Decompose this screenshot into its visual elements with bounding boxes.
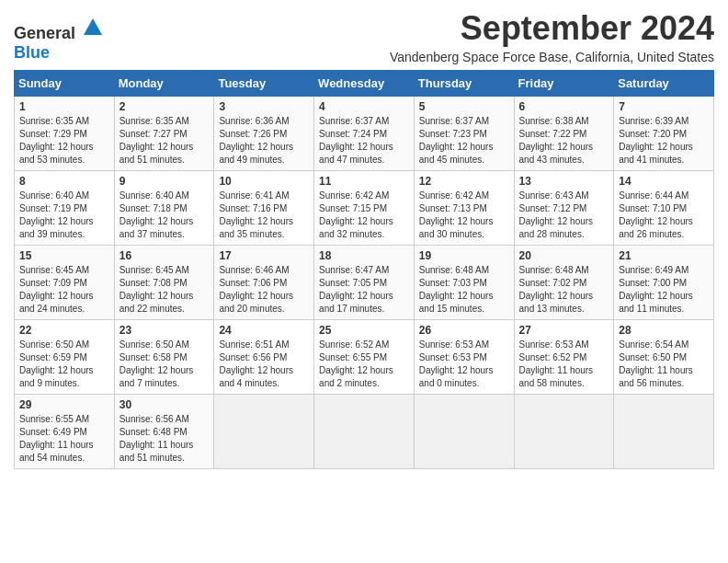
calendar-cell: 1Sunrise: 6:35 AM Sunset: 7:29 PM Daylig…: [15, 97, 115, 171]
day-number: 2: [119, 100, 210, 113]
day-number: 20: [519, 249, 609, 262]
day-info: Sunrise: 6:35 AM Sunset: 7:29 PM Dayligh…: [19, 115, 109, 167]
day-info: Sunrise: 6:49 AM Sunset: 7:00 PM Dayligh…: [619, 264, 709, 316]
day-of-week-header: Sunday: [15, 71, 115, 97]
calendar-cell: 5Sunrise: 6:37 AM Sunset: 7:23 PM Daylig…: [414, 97, 514, 171]
logo: General Blue: [14, 17, 104, 63]
day-info: Sunrise: 6:35 AM Sunset: 7:27 PM Dayligh…: [119, 115, 210, 167]
day-number: 7: [619, 100, 709, 113]
day-info: Sunrise: 6:40 AM Sunset: 7:18 PM Dayligh…: [119, 190, 210, 241]
calendar-cell: 30Sunrise: 6:56 AM Sunset: 6:48 PM Dayli…: [114, 395, 214, 469]
day-info: Sunrise: 6:53 AM Sunset: 6:52 PM Dayligh…: [519, 339, 609, 390]
day-info: Sunrise: 6:45 AM Sunset: 7:09 PM Dayligh…: [19, 264, 109, 316]
calendar-cell: 16Sunrise: 6:45 AM Sunset: 7:08 PM Dayli…: [114, 246, 214, 320]
calendar-cell: 9Sunrise: 6:40 AM Sunset: 7:18 PM Daylig…: [114, 171, 214, 246]
calendar-cell: [514, 395, 614, 469]
day-number: 10: [219, 175, 309, 188]
title-area: September 2024 Vandenberg Space Force Ba…: [390, 9, 714, 64]
calendar-cell: 3Sunrise: 6:36 AM Sunset: 7:26 PM Daylig…: [214, 97, 314, 171]
day-info: Sunrise: 6:40 AM Sunset: 7:19 PM Dayligh…: [19, 190, 109, 241]
day-number: 11: [319, 175, 409, 188]
calendar-cell: 28Sunrise: 6:54 AM Sunset: 6:50 PM Dayli…: [614, 320, 714, 395]
day-info: Sunrise: 6:38 AM Sunset: 7:22 PM Dayligh…: [519, 115, 609, 167]
calendar-cell: 15Sunrise: 6:45 AM Sunset: 7:09 PM Dayli…: [15, 246, 115, 320]
day-info: Sunrise: 6:41 AM Sunset: 7:16 PM Dayligh…: [219, 190, 309, 241]
day-info: Sunrise: 6:55 AM Sunset: 6:49 PM Dayligh…: [19, 413, 109, 465]
calendar-cell: 18Sunrise: 6:47 AM Sunset: 7:05 PM Dayli…: [314, 246, 415, 320]
day-of-week-header: Saturday: [614, 71, 714, 97]
day-number: 15: [19, 249, 109, 262]
day-info: Sunrise: 6:36 AM Sunset: 7:26 PM Dayligh…: [219, 115, 309, 167]
day-info: Sunrise: 6:51 AM Sunset: 6:56 PM Dayligh…: [219, 339, 309, 390]
day-number: 21: [619, 249, 709, 262]
logo-text: General Blue: [14, 17, 104, 63]
month-title: September 2024: [390, 9, 714, 48]
calendar-week-row: 22Sunrise: 6:50 AM Sunset: 6:59 PM Dayli…: [15, 320, 714, 395]
day-number: 29: [19, 398, 109, 411]
day-info: Sunrise: 6:52 AM Sunset: 6:55 PM Dayligh…: [319, 339, 409, 390]
day-number: 19: [419, 249, 509, 262]
day-info: Sunrise: 6:44 AM Sunset: 7:10 PM Dayligh…: [619, 190, 709, 241]
day-of-week-header: Tuesday: [214, 71, 314, 97]
day-number: 12: [419, 175, 509, 188]
day-info: Sunrise: 6:53 AM Sunset: 6:53 PM Dayligh…: [419, 339, 509, 390]
day-info: Sunrise: 6:45 AM Sunset: 7:08 PM Dayligh…: [119, 264, 210, 316]
calendar-cell: 4Sunrise: 6:37 AM Sunset: 7:24 PM Daylig…: [314, 97, 415, 171]
calendar-cell: 6Sunrise: 6:38 AM Sunset: 7:22 PM Daylig…: [514, 97, 614, 171]
calendar-cell: 24Sunrise: 6:51 AM Sunset: 6:56 PM Dayli…: [214, 320, 314, 395]
calendar-cell: 14Sunrise: 6:44 AM Sunset: 7:10 PM Dayli…: [614, 171, 714, 246]
calendar-cell: 23Sunrise: 6:50 AM Sunset: 6:58 PM Dayli…: [114, 320, 214, 395]
calendar-cell: 13Sunrise: 6:43 AM Sunset: 7:12 PM Dayli…: [514, 171, 614, 246]
day-number: 4: [319, 100, 409, 113]
calendar-cell: [214, 395, 314, 469]
day-number: 23: [119, 324, 210, 337]
day-info: Sunrise: 6:47 AM Sunset: 7:05 PM Dayligh…: [319, 264, 409, 316]
day-info: Sunrise: 6:43 AM Sunset: 7:12 PM Dayligh…: [519, 190, 609, 241]
day-number: 14: [619, 175, 709, 188]
day-number: 16: [119, 249, 210, 262]
calendar-cell: 12Sunrise: 6:42 AM Sunset: 7:13 PM Dayli…: [414, 171, 514, 246]
calendar-week-row: 8Sunrise: 6:40 AM Sunset: 7:19 PM Daylig…: [15, 171, 714, 246]
day-number: 24: [219, 324, 309, 337]
calendar-cell: [414, 395, 514, 469]
calendar-cell: [614, 395, 714, 469]
calendar-cell: 29Sunrise: 6:55 AM Sunset: 6:49 PM Dayli…: [15, 395, 115, 469]
calendar-cell: [314, 395, 415, 469]
day-number: 5: [419, 100, 509, 113]
day-number: 22: [19, 324, 109, 337]
day-info: Sunrise: 6:56 AM Sunset: 6:48 PM Dayligh…: [119, 413, 210, 465]
day-number: 17: [219, 249, 309, 262]
day-info: Sunrise: 6:48 AM Sunset: 7:03 PM Dayligh…: [419, 264, 509, 316]
day-info: Sunrise: 6:42 AM Sunset: 7:15 PM Dayligh…: [319, 190, 409, 241]
calendar-cell: 26Sunrise: 6:53 AM Sunset: 6:53 PM Dayli…: [414, 320, 514, 395]
calendar-cell: 22Sunrise: 6:50 AM Sunset: 6:59 PM Dayli…: [15, 320, 115, 395]
day-number: 1: [19, 100, 109, 113]
calendar-cell: 19Sunrise: 6:48 AM Sunset: 7:03 PM Dayli…: [414, 246, 514, 320]
day-info: Sunrise: 6:46 AM Sunset: 7:06 PM Dayligh…: [219, 264, 309, 316]
day-number: 30: [119, 398, 210, 411]
day-info: Sunrise: 6:50 AM Sunset: 6:58 PM Dayligh…: [119, 339, 210, 390]
svg-marker-0: [84, 18, 102, 35]
calendar-cell: 2Sunrise: 6:35 AM Sunset: 7:27 PM Daylig…: [114, 97, 214, 171]
calendar-week-row: 15Sunrise: 6:45 AM Sunset: 7:09 PM Dayli…: [15, 246, 714, 320]
day-of-week-header: Wednesday: [314, 71, 415, 97]
logo-blue: Blue: [14, 43, 50, 62]
calendar-table: SundayMondayTuesdayWednesdayThursdayFrid…: [14, 70, 714, 469]
day-number: 13: [519, 175, 609, 188]
day-number: 28: [619, 324, 709, 337]
day-number: 3: [219, 100, 309, 113]
calendar-cell: 17Sunrise: 6:46 AM Sunset: 7:06 PM Dayli…: [214, 246, 314, 320]
logo-general: General: [14, 24, 75, 42]
day-of-week-header: Friday: [514, 71, 614, 97]
calendar-cell: 7Sunrise: 6:39 AM Sunset: 7:20 PM Daylig…: [614, 97, 714, 171]
day-info: Sunrise: 6:37 AM Sunset: 7:23 PM Dayligh…: [419, 115, 509, 167]
day-info: Sunrise: 6:48 AM Sunset: 7:02 PM Dayligh…: [519, 264, 609, 316]
days-header-row: SundayMondayTuesdayWednesdayThursdayFrid…: [15, 71, 714, 97]
calendar-cell: 8Sunrise: 6:40 AM Sunset: 7:19 PM Daylig…: [15, 171, 115, 246]
calendar-week-row: 1Sunrise: 6:35 AM Sunset: 7:29 PM Daylig…: [15, 97, 714, 171]
day-of-week-header: Monday: [114, 71, 214, 97]
day-number: 27: [519, 324, 609, 337]
day-info: Sunrise: 6:39 AM Sunset: 7:20 PM Dayligh…: [619, 115, 709, 167]
day-info: Sunrise: 6:37 AM Sunset: 7:24 PM Dayligh…: [319, 115, 409, 167]
calendar-cell: 21Sunrise: 6:49 AM Sunset: 7:00 PM Dayli…: [614, 246, 714, 320]
